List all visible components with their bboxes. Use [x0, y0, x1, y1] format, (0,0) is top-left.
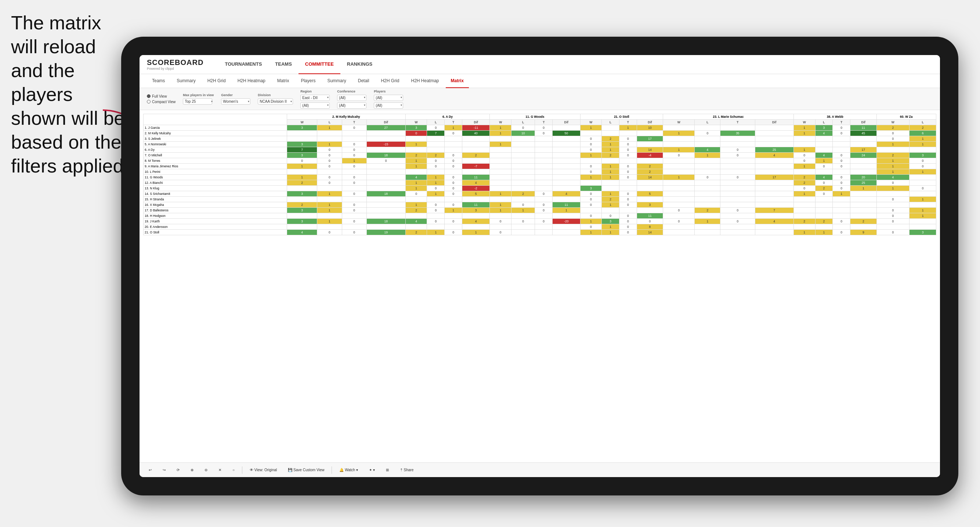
conference-label: Conference: [337, 90, 366, 93]
cell: 1: [490, 142, 511, 147]
cell: 3: [287, 125, 317, 131]
cell: 1: [490, 125, 511, 131]
sub-h-w7: W: [877, 120, 909, 125]
cell: 0: [877, 180, 909, 186]
cell: 0: [342, 202, 366, 208]
sub-nav-matrix[interactable]: Matrix: [272, 74, 294, 88]
matrix-area[interactable]: 2. M Kelly Mulcahy 6. A Dy 11. G Woods 2…: [140, 110, 940, 462]
player-name: 11. G Woods: [143, 175, 287, 180]
sub-h-l7: L: [910, 120, 936, 125]
nav-item-tournaments[interactable]: TOURNAMENTS: [218, 55, 269, 74]
cell: [695, 163, 721, 169]
sub-nav-h2hheatmap[interactable]: H2H Heatmap: [232, 74, 270, 88]
cell: 0: [445, 191, 462, 197]
cell: [511, 153, 535, 158]
refresh-button[interactable]: ⟳: [173, 467, 183, 473]
sub-nav-teams[interactable]: Teams: [147, 74, 170, 88]
cell: 0: [580, 191, 602, 197]
players-select-1[interactable]: (All): [374, 95, 403, 101]
cell: 2: [462, 153, 490, 158]
cell: 1: [877, 163, 909, 169]
cell: 0: [342, 219, 366, 224]
cell: 0: [619, 213, 637, 219]
players-multi: (All) (All): [374, 94, 403, 109]
sparkle-button[interactable]: ✦ ▾: [365, 467, 379, 473]
cell: 1: [877, 142, 909, 147]
view-original-button[interactable]: 👁 View: Original: [246, 467, 280, 473]
cell: [910, 202, 936, 208]
conference-select-2[interactable]: (All): [337, 102, 366, 109]
cell: 0: [535, 219, 553, 224]
sub-nav-players[interactable]: Players: [296, 74, 321, 88]
cell: [695, 186, 721, 191]
share-button[interactable]: ⇡ Share: [396, 467, 417, 473]
cell: [663, 191, 695, 197]
redo-button[interactable]: ↪: [159, 467, 169, 473]
cell: 1: [794, 230, 815, 235]
cell: 0: [619, 191, 637, 197]
cell: 0: [427, 186, 445, 191]
watch-button[interactable]: 🔔 Watch ▾: [336, 467, 362, 473]
sub-nav-h2hgrid2[interactable]: H2H Grid: [375, 74, 404, 88]
cell: -7: [462, 163, 490, 169]
sub-nav-summary2[interactable]: Summary: [322, 74, 351, 88]
cell: 0: [619, 230, 637, 235]
cell: [850, 213, 877, 219]
region-select-1[interactable]: East - DII (All): [300, 95, 330, 101]
table-row: 7. O Mitchell 30018 2202 120-4 0104 0402…: [143, 153, 936, 158]
cell: 3: [462, 208, 490, 213]
save-custom-view-button[interactable]: 💾 Save Custom View: [284, 467, 328, 473]
cell: [462, 197, 490, 202]
max-players-select[interactable]: Top 25 Top 50 All: [183, 98, 212, 105]
cell: 17: [850, 147, 877, 153]
compact-view-radio[interactable]: Compact View: [147, 100, 175, 104]
cell: 1: [910, 197, 936, 202]
cell: 1: [317, 208, 342, 213]
cell: [663, 224, 695, 230]
nav-item-rankings[interactable]: RANKINGS: [340, 55, 379, 74]
cell: [755, 230, 794, 235]
division-select[interactable]: NCAA Division II NCAA Division I: [258, 98, 293, 105]
players-select-2[interactable]: (All): [374, 102, 403, 109]
sub-nav-summary1[interactable]: Summary: [172, 74, 200, 88]
cell: [695, 169, 721, 175]
cell: [910, 224, 936, 230]
cell: 1: [580, 125, 602, 131]
undo-button[interactable]: ↩: [145, 467, 155, 473]
gender-select[interactable]: Women's Men's: [221, 98, 250, 105]
cell: 1: [445, 208, 462, 213]
settings-button[interactable]: ○: [229, 467, 238, 473]
cell: 1: [317, 202, 342, 208]
full-view-radio[interactable]: Full View: [147, 94, 175, 98]
cell: 4: [877, 175, 909, 180]
cell: 1: [580, 219, 602, 224]
cell: 4: [695, 147, 721, 153]
cell: [755, 180, 794, 186]
cell: [342, 213, 366, 219]
sub-h-dif2: Dif: [462, 120, 490, 125]
nav-item-teams[interactable]: TEAMS: [269, 55, 299, 74]
zoom-out-button[interactable]: ⊖: [201, 467, 211, 473]
close-button[interactable]: ✕: [215, 467, 225, 473]
nav-item-committee[interactable]: COMMITTEE: [299, 55, 340, 74]
zoom-in-button[interactable]: ⊕: [187, 467, 197, 473]
sub-h-l2: L: [427, 120, 445, 125]
grid-button[interactable]: ⊞: [382, 467, 393, 473]
cell: 0: [342, 230, 366, 235]
sub-nav-matrix2[interactable]: Matrix: [446, 74, 469, 88]
cell: [695, 213, 721, 219]
cell: [695, 180, 721, 186]
cell: [366, 208, 406, 213]
conference-select-1[interactable]: (All): [337, 95, 366, 101]
cell: [695, 136, 721, 142]
cell: [755, 202, 794, 208]
region-select-2[interactable]: (All): [300, 102, 330, 109]
sub-nav-detail[interactable]: Detail: [353, 74, 374, 88]
player-name: 8. M Torres: [143, 158, 287, 163]
cell: 4: [287, 230, 317, 235]
sub-nav-h2hheatmap2[interactable]: H2H Heatmap: [406, 74, 444, 88]
logo-title: SCOREBOARD: [147, 58, 204, 67]
cell: [342, 224, 366, 230]
cell: [580, 208, 602, 213]
sub-nav-h2hgrid[interactable]: H2H Grid: [202, 74, 231, 88]
